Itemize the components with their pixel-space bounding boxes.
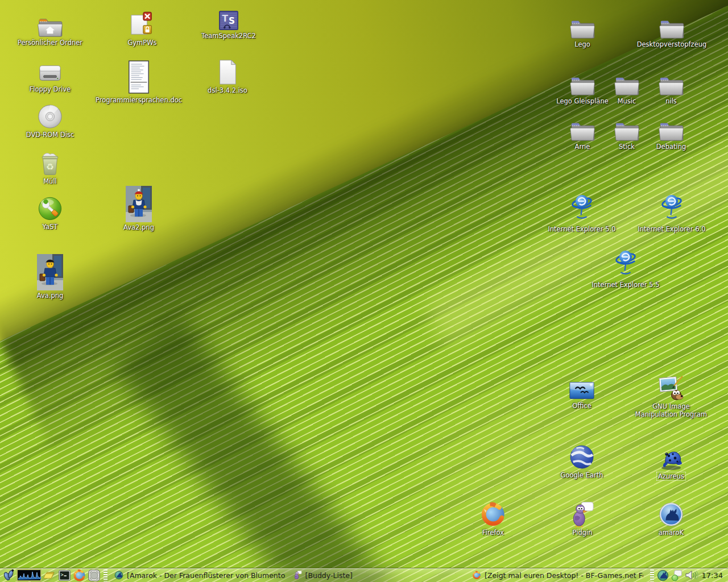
panel-drag-handle[interactable] bbox=[104, 569, 107, 581]
desktop-icon-label: YaST bbox=[43, 223, 58, 231]
desktop-icon-label: Persönlicher Ordner bbox=[18, 39, 82, 47]
task-amarok[interactable]: [Amarok - Der Frauenflüsterer von Blumen… bbox=[110, 568, 289, 582]
desktop-icon-persoenlicher-ordner[interactable]: Persönlicher Ordner bbox=[13, 10, 87, 47]
desktop-icon-label: Ava2.png bbox=[123, 223, 154, 231]
teamspeak-icon bbox=[218, 3, 239, 31]
desktop-icon-azureus[interactable]: Azureus bbox=[634, 443, 708, 481]
desktop-icon-dsl-iso[interactable]: dsl-3.4.2.iso bbox=[191, 58, 264, 94]
desktop-icon-gympws[interactable]: GymPWs bbox=[105, 10, 179, 47]
task-list: [Amarok - Der Frauenflüsterer von Blumen… bbox=[110, 568, 647, 582]
desktop-icon-label: amaroK bbox=[659, 529, 684, 537]
desktop-icon-programmiersprachen-doc[interactable]: Programmiersprachen.doc bbox=[102, 59, 176, 104]
desktop-icon-label: Google Earth bbox=[560, 471, 603, 479]
desktop-icon-label: TeamSpeak2RC2 bbox=[201, 32, 256, 40]
desktop-icon-pidgin[interactable]: Pidgin bbox=[545, 500, 619, 537]
terminal-icon bbox=[58, 569, 71, 582]
desktop-icon-ava-png[interactable]: Ava.png bbox=[13, 254, 87, 300]
desktop-icon-internet-explorer-60[interactable]: Internet Explorer 6.0 bbox=[635, 192, 709, 233]
desktop-icon-google-earth[interactable]: Google Earth bbox=[545, 443, 619, 479]
desktop-icon-floppy-drive[interactable]: Floppy Drive bbox=[13, 57, 87, 93]
gimp-icon bbox=[657, 374, 685, 401]
desktop-icon-label: GymPWs bbox=[127, 39, 156, 47]
image-thumbnail-icon bbox=[37, 254, 63, 290]
desktop-icon-label: dsl-3.4.2.iso bbox=[208, 86, 247, 94]
task-label: [Amarok - Der Frauenflüsterer von Blumen… bbox=[127, 571, 286, 580]
desktop-icon-internet-explorer-50[interactable]: Internet Explorer 5.0 bbox=[545, 192, 619, 233]
show-desktop-icon bbox=[88, 569, 101, 582]
desktop-icon-internet-explorer-55[interactable]: Internet Explorer 5.5 bbox=[589, 248, 663, 289]
desktop-icon-nils[interactable]: nils bbox=[634, 69, 708, 105]
text-document-icon bbox=[126, 59, 152, 95]
task-buddy-liste[interactable]: [Buddy-Liste] bbox=[289, 568, 469, 582]
pidgin-tray-icon[interactable] bbox=[671, 569, 682, 581]
folder-icon bbox=[659, 12, 685, 39]
desktop-icon-label: Programmiersprachen.doc bbox=[96, 96, 182, 104]
firefox-icon bbox=[73, 569, 86, 582]
desktop-icon-label: nils bbox=[665, 97, 677, 105]
desktop-icon-label: Lego bbox=[574, 40, 590, 48]
internet-explorer-icon bbox=[659, 192, 685, 224]
stacked-folders-icon bbox=[43, 570, 56, 580]
panel-clock[interactable]: 17:34 bbox=[700, 571, 726, 580]
firefox-icon bbox=[480, 500, 506, 527]
amarok-icon bbox=[658, 500, 684, 527]
desktop-icon-label: Firefox bbox=[482, 529, 504, 537]
desktop-icon-label: Ava.png bbox=[37, 292, 64, 300]
image-thumbnail-icon bbox=[126, 186, 152, 222]
desktop-icon-label: Desktopverstopfzeug bbox=[637, 40, 707, 48]
desktop-icon-label: Floppy Drive bbox=[30, 85, 71, 93]
iso-file-icon bbox=[216, 58, 239, 85]
locked-file-icon bbox=[129, 10, 155, 38]
desktop-icon-label: Pidgin bbox=[573, 529, 593, 537]
desktop-icon-label: Internet Explorer 5.0 bbox=[548, 225, 615, 233]
desktop-icon-lego[interactable]: Lego bbox=[545, 12, 619, 48]
amarok-icon bbox=[114, 571, 123, 580]
task-firefox-forum[interactable]: [Zeigt mal euren Desktop! - BF-Games.net… bbox=[468, 568, 647, 582]
folder-icon bbox=[658, 114, 684, 142]
dvd-disc-icon bbox=[37, 102, 63, 130]
desktop-icon-dvd-rom-disc[interactable]: DVD-ROM Disc bbox=[13, 102, 87, 139]
desktop-icon-label: DVD-ROM Disc bbox=[26, 131, 75, 139]
floppy-drive-icon bbox=[37, 57, 63, 84]
firefox-icon bbox=[472, 571, 481, 580]
suse-gecko-icon bbox=[2, 568, 15, 582]
openoffice-icon bbox=[569, 373, 595, 401]
desktop-icon-label: Music bbox=[618, 97, 636, 105]
amarok-tray-icon[interactable] bbox=[657, 569, 669, 581]
desktop-icon-label: Internet Explorer 6.0 bbox=[638, 225, 705, 233]
system-load-monitor-applet[interactable] bbox=[16, 569, 42, 581]
trash-icon bbox=[38, 149, 63, 176]
desktop-icon-debating[interactable]: Debating bbox=[634, 114, 708, 151]
desktop-icon-desktopverstopfzeug[interactable]: Desktopverstopfzeug bbox=[635, 12, 709, 48]
desktop-icon-label: Office bbox=[572, 402, 592, 410]
desktop-icon-amarok[interactable]: amaroK bbox=[634, 500, 708, 537]
internet-explorer-icon bbox=[613, 248, 639, 280]
desktop-icon-label: Stick bbox=[619, 143, 635, 151]
desktop-icon-ava2-png[interactable]: Ava2.png bbox=[102, 186, 176, 231]
pidgin-icon bbox=[293, 571, 302, 580]
volume-tray-icon[interactable] bbox=[684, 569, 699, 581]
tray-drag-handle[interactable] bbox=[650, 569, 654, 581]
desktop-icon-firefox[interactable]: Firefox bbox=[456, 500, 530, 537]
desktop-icon-gimp[interactable]: GNU Image Manipulation Program bbox=[634, 374, 708, 418]
internet-explorer-icon bbox=[569, 192, 595, 224]
system-load-graph-icon bbox=[16, 569, 42, 581]
quicklaunch-konsole[interactable] bbox=[57, 569, 71, 582]
quicklaunch-show-desktop[interactable] bbox=[87, 569, 101, 582]
desktop-icon-office[interactable]: Office bbox=[545, 373, 619, 410]
yast-icon bbox=[37, 194, 63, 222]
desktop-icon-label: GNU Image Manipulation Program bbox=[634, 402, 708, 418]
pidgin-icon bbox=[570, 500, 594, 527]
desktop-icon-teamspeak2rc2[interactable]: TeamSpeak2RC2 bbox=[192, 3, 266, 40]
folder-icon bbox=[569, 12, 595, 39]
google-earth-icon bbox=[569, 443, 595, 470]
desktop-icon-yast[interactable]: YaST bbox=[13, 194, 87, 231]
home-folder-icon bbox=[37, 10, 63, 38]
quicklaunch-firefox[interactable] bbox=[72, 569, 86, 582]
quicklaunch-desktop-folders[interactable] bbox=[43, 569, 56, 582]
start-menu-button[interactable] bbox=[2, 569, 15, 582]
folder-icon bbox=[658, 69, 684, 96]
azureus-frog-icon bbox=[657, 443, 685, 471]
desktop-icon-muell[interactable]: Müll bbox=[13, 149, 87, 185]
desktop-icon-label: Müll bbox=[43, 177, 57, 185]
